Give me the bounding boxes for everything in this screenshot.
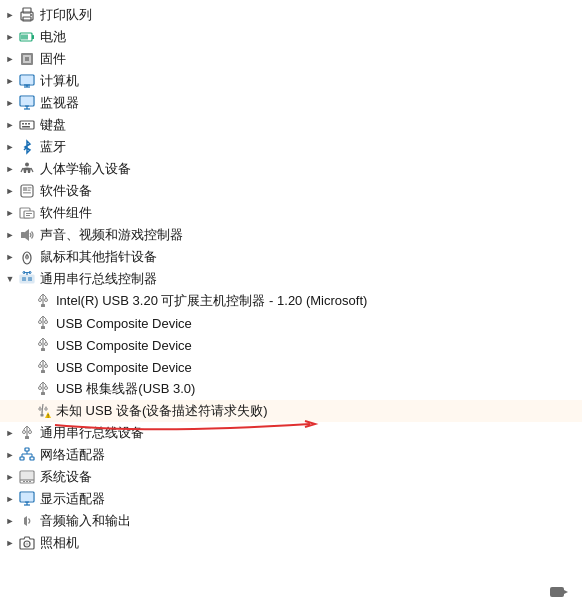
tree-item-bluetooth[interactable]: 蓝牙 <box>0 136 582 158</box>
expand-icon-camera[interactable] <box>2 535 18 551</box>
svg-point-26 <box>25 163 29 167</box>
expand-icon-audio-io[interactable] <box>2 513 18 529</box>
expand-icon-software-comp[interactable] <box>2 205 18 221</box>
svg-rect-60 <box>41 326 45 329</box>
expand-icon-monitor[interactable] <box>2 95 18 111</box>
svg-marker-39 <box>25 229 29 241</box>
expand-icon-system[interactable] <box>2 469 18 485</box>
device-icon-usb-ctrl <box>18 270 36 288</box>
device-label-usb-composite-3: USB Composite Device <box>56 360 192 375</box>
expand-icon-usb-composite-2[interactable] <box>18 337 34 353</box>
tree-item-software-comp[interactable]: 软件组件 <box>0 202 582 224</box>
expand-icon-computer[interactable] <box>2 73 18 89</box>
svg-rect-23 <box>28 123 30 125</box>
svg-rect-70 <box>41 370 45 373</box>
tree-item-usb-root-hub[interactable]: USB 根集线器(USB 3.0) <box>0 378 582 400</box>
expand-icon-bluetooth[interactable] <box>2 139 18 155</box>
device-label-sound: 声音、视频和游戏控制器 <box>40 226 183 244</box>
device-label-display: 显示适配器 <box>40 490 105 508</box>
expand-icon-network[interactable] <box>2 447 18 463</box>
tree-item-intel-usb[interactable]: Intel(R) USB 3.20 可扩展主机控制器 - 1.20 (Micro… <box>0 290 582 312</box>
device-icon-computer <box>18 72 36 90</box>
tree-item-mouse[interactable]: 鼠标和其他指针设备 <box>0 246 582 268</box>
device-icon-usb-composite-1 <box>34 314 52 332</box>
tree-item-monitor[interactable]: 监视器 <box>0 92 582 114</box>
expand-icon-usb-root-hub[interactable] <box>18 381 34 397</box>
svg-rect-35 <box>24 211 34 218</box>
expand-icon-firmware[interactable] <box>2 51 18 67</box>
expand-icon-sound[interactable] <box>2 227 18 243</box>
svg-rect-75 <box>41 392 45 395</box>
tree-item-human-input[interactable]: 人体学输入设备 <box>0 158 582 180</box>
tree-item-usb-composite-1[interactable]: USB Composite Device <box>0 312 582 334</box>
device-label-system: 系统设备 <box>40 468 92 486</box>
expand-icon-usb-ctrl[interactable] <box>2 271 18 287</box>
svg-rect-9 <box>25 57 29 61</box>
expand-icon-software[interactable] <box>2 183 18 199</box>
device-icon-software-comp <box>18 204 36 222</box>
svg-rect-38 <box>21 232 25 238</box>
device-manager-tree: 打印队列电池固件计算机监视器键盘蓝牙人体学输入设备软件设备软件组件声音、视频和游… <box>0 0 582 558</box>
tree-item-network[interactable]: 网络适配器 <box>0 444 582 466</box>
tree-item-usb-unknown[interactable]: !未知 USB 设备(设备描述符请求失败) <box>0 400 582 422</box>
device-icon-mouse <box>18 248 36 266</box>
device-label-usb-composite-1: USB Composite Device <box>56 316 192 331</box>
device-icon-battery <box>18 28 36 46</box>
expand-icon-battery[interactable] <box>2 29 18 45</box>
device-label-usb-unknown: 未知 USB 设备(设备描述符请求失败) <box>56 402 268 420</box>
svg-rect-5 <box>32 35 34 39</box>
expand-icon-usb-unknown[interactable] <box>18 403 34 419</box>
expand-icon-mouse[interactable] <box>2 249 18 265</box>
tree-item-firmware[interactable]: 固件 <box>0 48 582 70</box>
expand-icon-display[interactable] <box>2 491 18 507</box>
fpvbang-logo-icon <box>550 585 568 599</box>
device-icon-firmware <box>18 50 36 68</box>
tree-item-usb-ctrl[interactable]: 通用串行总线控制器 <box>0 268 582 290</box>
device-label-usb-ctrl: 通用串行总线控制器 <box>40 270 157 288</box>
svg-rect-108 <box>550 587 564 597</box>
svg-point-3 <box>30 14 32 16</box>
svg-marker-109 <box>564 590 568 594</box>
device-label-software-comp: 软件组件 <box>40 204 92 222</box>
device-label-firmware: 固件 <box>40 50 66 68</box>
tree-item-usb-composite-3[interactable]: USB Composite Device <box>0 356 582 378</box>
svg-point-77 <box>45 408 47 410</box>
device-icon-sound <box>18 226 36 244</box>
expand-icon-human-input[interactable] <box>2 161 18 177</box>
device-icon-keyboard <box>18 116 36 134</box>
tree-item-sound[interactable]: 声音、视频和游戏控制器 <box>0 224 582 246</box>
device-icon-monitor <box>18 94 36 112</box>
tree-item-system[interactable]: 系统设备 <box>0 466 582 488</box>
svg-rect-29 <box>21 185 33 197</box>
expand-icon-keyboard[interactable] <box>2 117 18 133</box>
tree-item-display[interactable]: 显示适配器 <box>0 488 582 510</box>
tree-item-usb-composite-2[interactable]: USB Composite Device <box>0 334 582 356</box>
device-label-human-input: 人体学输入设备 <box>40 160 131 178</box>
device-label-monitor: 监视器 <box>40 94 79 112</box>
tree-item-usb-serial[interactable]: 通用串行总线设备 <box>0 422 582 444</box>
tree-item-camera[interactable]: 照相机 <box>0 532 582 554</box>
svg-rect-37 <box>26 215 30 216</box>
svg-rect-100 <box>29 481 31 482</box>
expand-icon-print-queue[interactable] <box>2 7 18 23</box>
svg-rect-32 <box>28 190 31 192</box>
svg-rect-36 <box>26 213 32 214</box>
svg-rect-80 <box>41 414 44 417</box>
expand-icon-usb-composite-1[interactable] <box>18 315 34 331</box>
tree-item-computer[interactable]: 计算机 <box>0 70 582 92</box>
device-icon-human-input <box>18 160 36 178</box>
svg-point-56 <box>39 321 42 324</box>
svg-point-67 <box>45 365 48 368</box>
tree-item-battery[interactable]: 电池 <box>0 26 582 48</box>
device-icon-system <box>18 468 36 486</box>
expand-icon-usb-serial[interactable] <box>2 425 18 441</box>
tree-item-software[interactable]: 软件设备 <box>0 180 582 202</box>
tree-item-keyboard[interactable]: 键盘 <box>0 114 582 136</box>
tree-item-audio-io[interactable]: 音频输入和输出 <box>0 510 582 532</box>
expand-icon-intel-usb[interactable] <box>18 293 34 309</box>
svg-rect-50 <box>28 277 32 281</box>
expand-icon-usb-composite-3[interactable] <box>18 359 34 375</box>
device-icon-usb-serial <box>18 424 36 442</box>
tree-item-print-queue[interactable]: 打印队列 <box>0 4 582 26</box>
device-label-battery: 电池 <box>40 28 66 46</box>
